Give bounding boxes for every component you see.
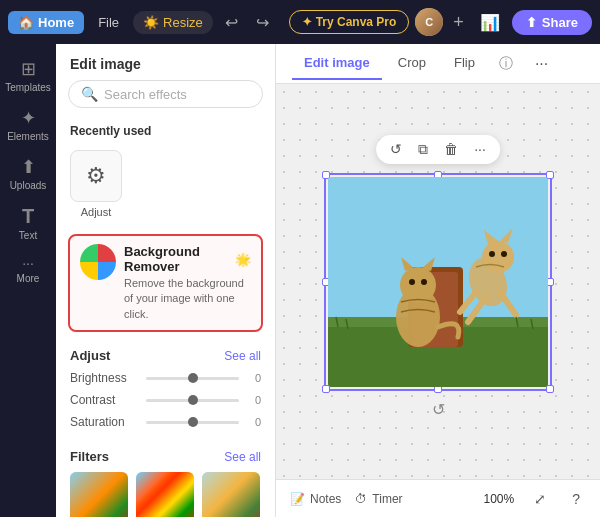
search-effects-input[interactable] [104,87,250,102]
brightness-slider[interactable] [146,377,239,380]
icon-sidebar: ⊞ Templates ✦ Elements ⬆ Uploads T Text … [0,44,56,517]
help-button[interactable]: ? [566,489,586,509]
timer-button[interactable]: ⏱ Timer [355,492,402,506]
recently-used-label: Recently used [56,118,275,144]
svg-point-15 [489,251,495,257]
bg-remover-text: Background Remover 🌟 Remove the backgrou… [124,244,251,322]
share-label: Share [542,15,578,30]
more-icon: ··· [22,255,34,271]
timer-icon: ⏱ [355,492,367,506]
topbar: 🏠 Home File ☀️ Resize ↩ ↪ ✦ Try Canva Pr… [0,0,600,44]
bg-remover-icon [80,244,116,280]
add-button[interactable]: + [449,12,468,33]
fit-screen-button[interactable]: ⤢ [528,489,552,509]
tab-flip[interactable]: Flip [442,47,487,80]
svg-point-10 [421,279,427,285]
search-effects-bar[interactable]: 🔍 [68,80,263,108]
adjust-see-all[interactable]: See all [224,349,261,363]
share-button[interactable]: ⬆ Share [512,10,592,35]
resize-label: Resize [163,15,203,30]
tab-edit-image[interactable]: Edit image [292,47,382,80]
filters-header: Filters See all [70,449,261,464]
sliders-icon: ⚙ [86,163,106,189]
contrast-row: Contrast 0 [70,393,261,407]
avatar-image: C [415,8,443,36]
svg-point-9 [409,279,415,285]
elements-icon: ✦ [21,107,36,129]
canvas-area: Edit image Crop Flip ⓘ ··· ↺ ⧉ 🗑 ··· [276,44,600,517]
recently-used-list: ⚙ Adjust [56,144,275,228]
delete-btn[interactable]: 🗑 [440,139,462,159]
svg-point-16 [501,251,507,257]
upload-icon: ⬆ [526,15,537,30]
filter-thumbnails [70,472,261,517]
uploads-icon: ⬆ [21,156,36,178]
sidebar-item-text[interactable]: T Text [0,199,56,247]
contrast-slider[interactable] [146,399,239,402]
saturation-value: 0 [245,416,261,428]
notes-button[interactable]: 📝 Notes [290,492,341,506]
background-remover-card[interactable]: Background Remover 🌟 Remove the backgrou… [68,234,263,332]
home-button[interactable]: 🏠 Home [8,11,84,34]
analytics-icon[interactable]: 📊 [474,13,506,32]
svg-point-6 [400,267,436,303]
sidebar-item-more[interactable]: ··· More [0,249,56,290]
brightness-row: Brightness 0 [70,371,261,385]
try-canva-label: Try Canva Pro [316,15,397,29]
star-icon: ✦ [302,15,312,29]
saturation-thumb [188,417,198,427]
tab-crop[interactable]: Crop [386,47,438,80]
search-icon: 🔍 [81,86,98,102]
saturation-slider[interactable] [146,421,239,424]
home-label: Home [38,15,74,30]
saturation-row: Saturation 0 [70,415,261,429]
crown-emoji: 🌟 [235,252,251,267]
sidebar-item-uploads[interactable]: ⬆ Uploads [0,150,56,197]
filters-see-all[interactable]: See all [224,450,261,464]
image-selection-border [324,173,552,391]
handle-bottom-right[interactable] [546,385,554,393]
redo-button[interactable]: ↪ [250,9,275,36]
sidebar-item-uploads-label: Uploads [10,180,47,191]
filter-thumb-2[interactable] [136,472,194,517]
image-container[interactable]: ↺ ⧉ 🗑 ··· [324,173,552,391]
notes-label: Notes [310,492,341,506]
info-icon[interactable]: ⓘ [491,51,521,77]
bg-remover-description: Remove the background of your image with… [124,276,251,322]
adjust-header: Adjust See all [70,348,261,363]
sidebar-item-templates[interactable]: ⊞ Templates [0,52,56,99]
contrast-label: Contrast [70,393,140,407]
filter-thumb-3[interactable] [202,472,260,517]
recently-item-adjust[interactable]: ⚙ Adjust [70,150,122,218]
brightness-thumb [188,373,198,383]
more-options-btn[interactable]: ··· [470,139,490,159]
filter-thumb-1[interactable] [70,472,128,517]
resize-button[interactable]: ☀️ Resize [133,11,213,34]
zoom-level: 100% [484,492,515,506]
adjust-thumb-label: Adjust [81,206,112,218]
adjust-thumb: ⚙ [70,150,122,202]
undo-button[interactable]: ↩ [219,9,244,36]
cat-image [328,177,548,387]
adjust-section: Adjust See all Brightness 0 Contrast 0 S… [56,342,275,443]
sidebar-item-more-label: More [17,273,40,284]
rotate-handle[interactable]: ↺ [432,400,445,419]
rotate-left-btn[interactable]: ↺ [386,139,406,159]
sidebar-item-text-label: Text [19,230,37,241]
duplicate-btn[interactable]: ⧉ [414,139,432,160]
svg-point-12 [482,241,514,273]
tab-more-button[interactable]: ··· [527,51,556,77]
try-canva-button[interactable]: ✦ Try Canva Pro [289,10,410,34]
handle-top-right[interactable] [546,171,554,179]
filters-section: Filters See all [56,443,275,517]
avatar[interactable]: C [415,8,443,36]
adjust-title: Adjust [70,348,110,363]
templates-icon: ⊞ [21,58,36,80]
edit-panel-title: Edit image [56,44,275,80]
sidebar-item-elements-label: Elements [7,131,49,142]
text-icon: T [22,205,34,228]
sidebar-item-elements[interactable]: ✦ Elements [0,101,56,148]
saturation-label: Saturation [70,415,140,429]
file-menu[interactable]: File [90,11,127,34]
sidebar-item-templates-label: Templates [5,82,51,93]
